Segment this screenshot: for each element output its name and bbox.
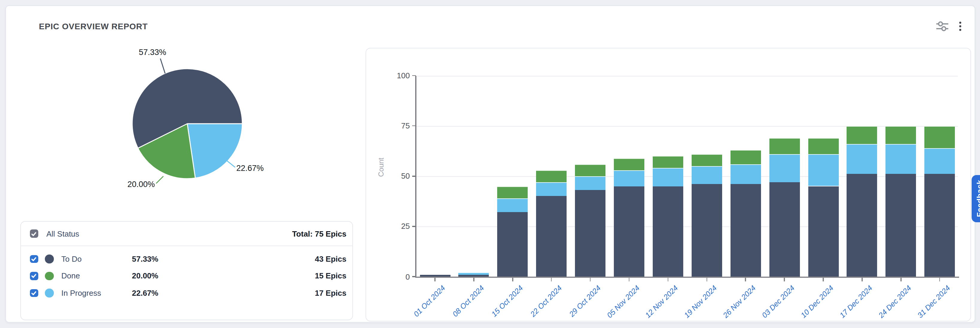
epic-overview-report-card: EPIC OVERVIEW REPORT 57.33% 20.00% 22.67… — [5, 5, 975, 323]
bar-segment-in-progress[interactable] — [614, 170, 644, 186]
bar-segment-to-do[interactable] — [420, 274, 450, 277]
x-axis-label: 05 Nov 2024 — [596, 284, 641, 328]
epics-over-time-chart-card: 0255075100Count01 Oct 202408 Oct 202415 … — [366, 48, 971, 322]
filter-sliders-icon[interactable] — [934, 19, 950, 33]
legend-header-row: All Status Total: 75 Epics — [21, 222, 352, 246]
y-axis-label: 0 — [366, 272, 410, 281]
bar-segment-to-do[interactable] — [730, 184, 761, 277]
x-axis-tick — [512, 278, 513, 281]
bar-segment-to-do[interactable] — [847, 174, 877, 277]
pie-leader-line — [156, 176, 163, 184]
bar-segment-done[interactable] — [653, 156, 683, 168]
x-axis-label: 01 Oct 2024 — [402, 284, 447, 328]
y-axis-line — [415, 76, 416, 277]
bar-segment-to-do[interactable] — [808, 186, 838, 277]
done-count: 15 Epics — [315, 271, 347, 280]
x-axis-label: 03 Dec 2024 — [751, 284, 796, 328]
x-axis-label: 29 Oct 2024 — [557, 284, 602, 328]
bar-segment-in-progress[interactable] — [730, 164, 761, 184]
legend-row-to-do: To Do 57.33% 43 Epics — [21, 250, 352, 267]
in-progress-percent: 22.67% — [132, 288, 189, 298]
x-axis-tick — [590, 278, 591, 281]
bar-segment-done[interactable] — [575, 164, 606, 176]
x-axis-line — [415, 277, 959, 278]
x-axis-label: 22 Oct 2024 — [519, 284, 563, 328]
bar-segment-in-progress[interactable] — [924, 148, 955, 174]
status-legend-card: All Status Total: 75 Epics To Do 57.33% … — [20, 221, 353, 320]
bar-segment-in-progress[interactable] — [653, 168, 683, 186]
legend-row-in-progress: In Progress 22.67% 17 Epics — [21, 284, 352, 301]
kebab-menu-icon[interactable] — [955, 19, 966, 33]
x-axis-tick — [551, 278, 552, 281]
done-checkbox[interactable] — [30, 272, 38, 280]
status-pie-chart: 57.33% 20.00% 22.67% — [96, 24, 347, 215]
in-progress-label: In Progress — [61, 288, 132, 298]
bar-segment-to-do[interactable] — [653, 186, 683, 277]
bar-segment-done[interactable] — [886, 126, 916, 144]
x-axis-tick — [667, 278, 668, 281]
x-axis-tick — [823, 278, 824, 281]
legend-rows: To Do 57.33% 43 Epics Done 20.00% 15 Epi… — [21, 246, 352, 301]
to-do-checkbox[interactable] — [30, 255, 38, 263]
in-progress-count: 17 Epics — [315, 288, 347, 298]
x-axis-label: 19 Nov 2024 — [674, 284, 719, 328]
in-progress-checkbox[interactable] — [30, 289, 38, 297]
bar-segment-done[interactable] — [847, 126, 877, 144]
bar-segment-in-progress[interactable] — [458, 273, 489, 275]
to-do-label: To Do — [61, 255, 132, 263]
legend-row-done: Done 20.00% 15 Epics — [21, 267, 352, 284]
in-progress-color-dot — [45, 288, 54, 297]
feedback-label: Feedback — [975, 180, 980, 217]
x-axis-tick — [784, 278, 785, 281]
pie-label-to-do: 57.33% — [139, 48, 166, 57]
bar-segment-done[interactable] — [692, 154, 722, 166]
x-axis-tick — [473, 278, 474, 281]
y-axis-label: 100 — [366, 71, 410, 80]
bar-segment-in-progress[interactable] — [886, 144, 916, 174]
bar-segment-to-do[interactable] — [614, 186, 644, 277]
all-status-label: All Status — [46, 229, 79, 238]
pie-slice-in-progress[interactable] — [187, 124, 242, 178]
bar-segment-in-progress[interactable] — [575, 176, 606, 190]
y-axis-label: 75 — [366, 121, 410, 130]
bar-segment-to-do[interactable] — [458, 274, 489, 277]
total-epics: Total: 75 Epics — [292, 229, 347, 238]
x-axis-tick — [900, 278, 901, 281]
bar-segment-done[interactable] — [924, 126, 955, 148]
bar-segment-to-do[interactable] — [498, 212, 528, 277]
bar-segment-done[interactable] — [730, 150, 761, 164]
x-axis-label: 24 Dec 2024 — [868, 284, 913, 328]
bar-segment-done[interactable] — [769, 138, 800, 154]
bar-segment-in-progress[interactable] — [692, 166, 722, 184]
page: EPIC OVERVIEW REPORT 57.33% 20.00% 22.67… — [0, 0, 980, 328]
bar-segment-done[interactable] — [498, 186, 528, 198]
bar-segment-done[interactable] — [536, 170, 566, 182]
to-do-percent: 57.33% — [132, 255, 189, 263]
bar-segment-in-progress[interactable] — [536, 182, 566, 196]
bar-segment-to-do[interactable] — [536, 196, 566, 277]
feedback-button[interactable]: Feedback — [972, 175, 980, 222]
bar-segment-done[interactable] — [808, 138, 838, 154]
y-axis-title: Count — [377, 139, 385, 195]
bar-segment-to-do[interactable] — [575, 190, 606, 277]
done-color-dot — [45, 271, 54, 280]
x-axis-tick — [862, 278, 862, 281]
bar-segment-to-do[interactable] — [692, 184, 722, 277]
pie-leader-line — [160, 59, 165, 73]
all-status-checkbox[interactable] — [30, 230, 38, 238]
pie-label-done: 20.00% — [127, 180, 155, 189]
to-do-color-dot — [45, 255, 54, 263]
x-axis-label: 31 Dec 2024 — [907, 284, 951, 328]
bar-segment-in-progress[interactable] — [847, 144, 877, 174]
x-axis-tick — [745, 278, 746, 281]
bar-segment-in-progress[interactable] — [498, 198, 528, 212]
bar-segment-done[interactable] — [614, 158, 644, 170]
done-percent: 20.00% — [132, 271, 189, 280]
bar-segment-to-do[interactable] — [886, 174, 916, 277]
bar-segment-to-do[interactable] — [769, 182, 800, 277]
bar-segment-in-progress[interactable] — [808, 154, 838, 186]
bar-segment-to-do[interactable] — [924, 174, 955, 277]
x-axis-label: 08 Oct 2024 — [441, 284, 486, 328]
bar-segment-in-progress[interactable] — [769, 154, 800, 182]
y-gridline — [415, 76, 958, 76]
